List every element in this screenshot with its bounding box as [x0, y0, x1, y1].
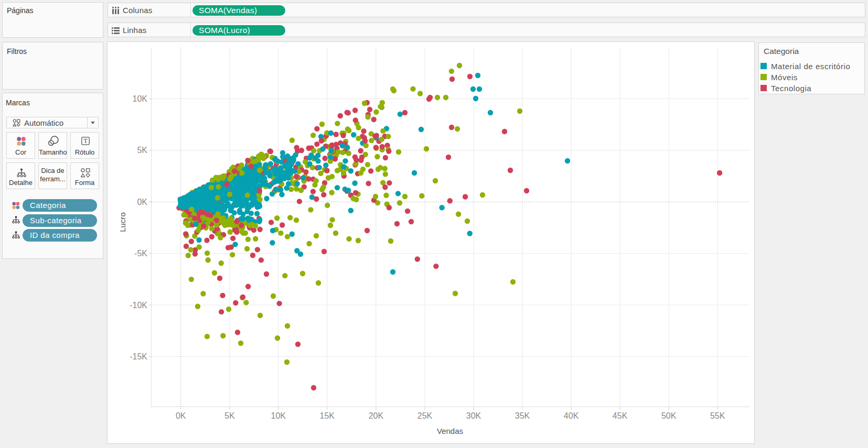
svg-text:0K: 0K	[176, 411, 186, 420]
svg-text:55K: 55K	[710, 411, 725, 420]
svg-text:Vendas: Vendas	[437, 427, 463, 435]
svg-text:Lucro: Lucro	[118, 212, 127, 232]
svg-text:50K: 50K	[661, 411, 677, 420]
svg-text:30K: 30K	[466, 411, 481, 420]
svg-text:40K: 40K	[564, 411, 579, 420]
svg-text:T: T	[83, 137, 88, 145]
svg-text:10K: 10K	[133, 94, 148, 103]
svg-text:-5K: -5K	[134, 249, 147, 258]
svg-text:0K: 0K	[137, 198, 147, 206]
svg-text:35K: 35K	[515, 411, 530, 420]
svg-text:-15K: -15K	[130, 352, 147, 361]
svg-text:5K: 5K	[137, 146, 147, 155]
svg-text:20K: 20K	[369, 411, 384, 420]
svg-text:25K: 25K	[417, 411, 433, 420]
svg-text:5K: 5K	[224, 411, 235, 420]
svg-text:45K: 45K	[613, 411, 628, 420]
svg-text:10K: 10K	[271, 411, 286, 420]
svg-text:15K: 15K	[320, 411, 335, 420]
svg-text:-10K: -10K	[130, 301, 147, 310]
